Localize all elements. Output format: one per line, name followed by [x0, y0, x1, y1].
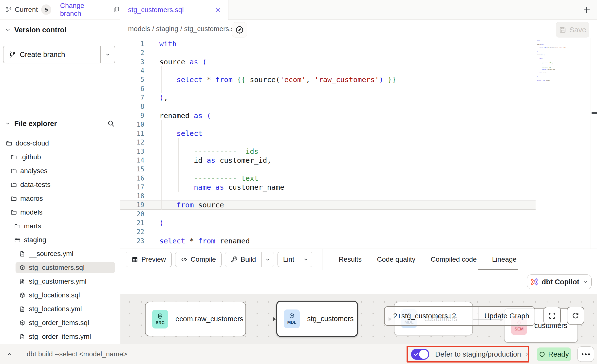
code-line[interactable]: 15: [120, 165, 535, 174]
file-tree-item[interactable]: data-tests: [0, 178, 120, 192]
search-icon[interactable]: [107, 120, 115, 127]
code-line[interactable]: 7),: [120, 93, 535, 102]
create-branch-button[interactable]: Create branch: [3, 46, 115, 63]
save-button[interactable]: Save: [556, 22, 589, 37]
code-line[interactable]: 20: [120, 210, 535, 218]
file-tree-item[interactable]: analyses: [0, 164, 120, 178]
dot: [582, 353, 583, 355]
file-tree-item[interactable]: stg_customers.sql: [0, 261, 120, 274]
line-content: ): [159, 219, 164, 227]
file-explorer-header[interactable]: File explorer: [0, 118, 120, 129]
doc-icon: [19, 278, 26, 285]
change-branch-link[interactable]: Change branch: [60, 2, 106, 18]
edge-arrow: [246, 319, 274, 319]
file-tree-item[interactable]: docs-cloud: [0, 136, 120, 150]
version-control-header[interactable]: Version control: [0, 25, 120, 35]
line-content: select * from {{ source('ecom', 'raw_cus…: [159, 75, 396, 84]
command-bar-expand[interactable]: [0, 344, 19, 364]
file-tree-item[interactable]: marts: [0, 219, 120, 233]
build-dropdown[interactable]: [261, 252, 274, 267]
lineage-node-source[interactable]: SRC ecom.raw_customers: [145, 302, 246, 336]
defer-toggle[interactable]: [411, 349, 429, 360]
tab-compiled-code[interactable]: Compiled code: [431, 255, 477, 263]
version-control-section: Version control Create branch: [0, 19, 120, 114]
code-lines[interactable]: 1with23source as (45 select * from {{ so…: [120, 39, 535, 245]
file-tree-item[interactable]: __sources.yml: [0, 247, 120, 261]
file-tree-item[interactable]: stg_locations.sql: [0, 288, 120, 302]
create-branch-label: Create branch: [20, 51, 65, 59]
compile-button[interactable]: Compile: [175, 252, 222, 267]
file-tree-item[interactable]: stg_locations.yml: [0, 302, 120, 316]
editor-tab-bar: stg_customers.sql: [120, 0, 597, 20]
code-icon: [181, 256, 187, 263]
code-line[interactable]: 6: [120, 84, 535, 93]
code-line[interactable]: 21): [120, 218, 535, 227]
code-line[interactable]: 16 ---------- text: [120, 174, 535, 182]
fullscreen-button[interactable]: [543, 307, 561, 325]
file-tree-label: models: [20, 208, 42, 216]
refresh-button[interactable]: [567, 307, 584, 325]
file-tree-item[interactable]: macros: [0, 192, 120, 205]
line-number: 9: [120, 112, 144, 119]
code-line[interactable]: 8: [120, 102, 535, 111]
minimap[interactable]: withsource as ( select * from {{ source(…: [537, 40, 566, 104]
folder-icon: [10, 195, 17, 202]
preview-button[interactable]: Preview: [126, 252, 172, 267]
code-line[interactable]: 23select * from renamed: [120, 237, 535, 245]
copy-branch-icon[interactable]: [113, 6, 120, 13]
lint-button[interactable]: Lint: [278, 252, 312, 267]
dbt-copilot-button[interactable]: dbt Copilot: [527, 274, 592, 289]
tab-stg-customers-sql[interactable]: stg_customers.sql: [120, 0, 228, 20]
update-graph-button[interactable]: Update Graph: [479, 307, 535, 325]
lint-label: Lint: [283, 255, 294, 263]
file-tree-item[interactable]: stg_order_items.yml: [0, 330, 120, 344]
code-line[interactable]: 17 name as customer_name: [120, 183, 535, 192]
lint-dropdown[interactable]: [300, 252, 312, 267]
new-tab-plus-icon[interactable]: [582, 5, 591, 14]
file-tree-item[interactable]: staging: [0, 233, 120, 247]
help-question-icon[interactable]: [524, 351, 528, 358]
command-input[interactable]: dbt build --select <model_name>: [27, 344, 127, 364]
dbt-logo-icon: [530, 278, 538, 286]
line-number: 7: [120, 94, 144, 101]
create-branch-dropdown[interactable]: [101, 46, 115, 63]
code-line[interactable]: 3source as (: [120, 57, 535, 66]
code-line[interactable]: 4: [120, 66, 535, 75]
create-branch-main[interactable]: Create branch: [3, 46, 101, 63]
selector-input[interactable]: 2+stg_customers+2: [385, 307, 479, 325]
code-line[interactable]: 5 select * from {{ source('ecom', 'raw_c…: [120, 75, 535, 84]
code-line[interactable]: 2: [120, 48, 535, 57]
build-button[interactable]: Build: [225, 252, 274, 267]
code-editor[interactable]: 1with23source as (45 select * from {{ so…: [120, 38, 597, 249]
code-line[interactable]: 11 select: [120, 129, 535, 138]
code-line[interactable]: 13 ---------- ids: [120, 147, 535, 156]
code-line[interactable]: 18: [120, 192, 535, 200]
code-line[interactable]: 12: [120, 138, 535, 147]
dot: [588, 353, 590, 355]
file-tree-item[interactable]: stg_customers.yml: [0, 274, 120, 288]
branch-bar: Current Change branch: [0, 0, 120, 19]
code-line[interactable]: 19 from source: [120, 200, 535, 209]
cube-icon: [289, 313, 295, 319]
file-tree-item[interactable]: .github: [0, 150, 120, 164]
code-line[interactable]: 10: [120, 120, 535, 129]
more-options-button[interactable]: [577, 346, 594, 362]
file-tree-item[interactable]: stg_order_items.sql: [0, 316, 120, 330]
scrollbar-thumb[interactable]: [592, 112, 597, 114]
tab-lineage[interactable]: Lineage: [492, 255, 517, 263]
code-line[interactable]: 1with: [120, 39, 535, 48]
code-line[interactable]: 9renamed as (: [120, 111, 535, 120]
branch-lock-badge: [41, 4, 51, 15]
file-tree-item[interactable]: models: [0, 205, 120, 219]
source-badge: SRC: [152, 310, 168, 328]
tab-code-quality[interactable]: Code quality: [377, 255, 415, 263]
toggle-knob: [419, 350, 428, 359]
lineage-node-stg-customers[interactable]: MDL stg_customers: [276, 301, 358, 337]
chevron-down-icon: [5, 27, 11, 33]
lineage-graph[interactable]: SRC ecom.raw_customers MDL stg_customers…: [120, 294, 597, 344]
file-health-button[interactable]: [232, 22, 247, 37]
tab-results[interactable]: Results: [339, 255, 362, 263]
code-line[interactable]: 14 id as customer_id,: [120, 156, 535, 165]
code-line[interactable]: 22: [120, 227, 535, 236]
close-icon[interactable]: [215, 7, 221, 13]
